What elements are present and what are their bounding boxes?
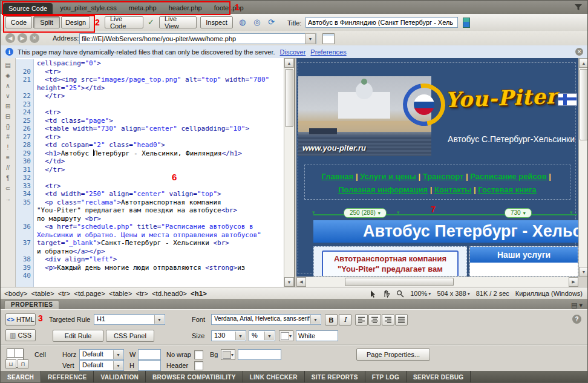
preferences-link[interactable]: Preferences <box>310 48 346 56</box>
code-line[interactable]: 33 <tr> <box>16 182 284 191</box>
select-tool-icon[interactable] <box>370 290 376 298</box>
html-mode-button[interactable]: <> HTML <box>5 313 36 326</box>
scrollbar-thumb[interactable] <box>345 278 454 286</box>
code-line[interactable]: 35 <p class="reclama">Автотранспортная к… <box>16 198 284 207</box>
collapse-selection-icon[interactable]: ∨ <box>2 91 13 102</box>
code-line[interactable]: 37target="_blank">Санкт-Петербург - Хель… <box>16 239 284 247</box>
align-justify-icon[interactable] <box>395 314 408 326</box>
scroll-right-icon[interactable]: ▶ <box>569 277 578 287</box>
code-line[interactable]: 25 <td class="page"> <box>16 117 284 125</box>
code-line[interactable]: 21 <td><img src="images/page_top.png" al… <box>16 76 284 84</box>
help-icon[interactable]: ? <box>572 315 581 324</box>
browser-list-icon[interactable] <box>322 33 335 44</box>
scrollbar-thumb[interactable] <box>285 69 293 127</box>
code-editor[interactable]: cellspacing="0">20 <tr>21 <td><img src="… <box>16 59 284 287</box>
nav-link[interactable]: Контакты <box>434 185 471 194</box>
line-numbers-icon[interactable]: # <box>2 133 13 143</box>
indent-code-icon[interactable]: → <box>2 194 13 205</box>
code-line[interactable]: 40 <box>16 272 284 280</box>
horz-align-select[interactable]: Default <box>79 349 124 360</box>
code-line[interactable]: 31 </tr> <box>16 166 284 174</box>
text-color-input[interactable] <box>296 330 338 341</box>
font-select[interactable]: Verdana, Arial, Helvetica, sans-serif <box>211 314 321 325</box>
code-line[interactable]: 29 <h1>Автобус Петербург - Хельсинки, Фи… <box>16 149 284 158</box>
validate-globe-icon[interactable]: ◎ <box>253 18 260 27</box>
header-checkbox[interactable] <box>194 361 203 370</box>
code-line[interactable]: 28 <td colspan="2" class="head0"> <box>16 141 284 149</box>
preview-in-browser-globe-icon[interactable]: ◍ <box>239 18 246 27</box>
bg-color-swatch[interactable] <box>221 349 235 360</box>
forward-icon[interactable]: ▶ <box>18 33 27 43</box>
text-color-swatch[interactable] <box>279 330 293 341</box>
nav-link[interactable]: Полезная информация <box>338 185 428 194</box>
code-line[interactable]: 36 <a href="schedule.php" title="Расписа… <box>16 223 284 231</box>
tag-selector-item[interactable]: <td.page> <box>74 290 105 297</box>
nav-link[interactable]: Услуги и цены <box>360 172 416 181</box>
results-tab-validation[interactable]: VALIDATION <box>94 371 146 383</box>
size-unit-select[interactable]: % <box>249 330 275 341</box>
css-mode-button[interactable]: ▥ CSS <box>5 329 36 341</box>
hand-tool-icon[interactable] <box>382 290 390 298</box>
design-view-button[interactable]: Design <box>61 16 90 28</box>
italic-button[interactable]: I <box>339 314 351 326</box>
code-view-button[interactable]: Code <box>5 16 32 28</box>
collapse-full-tag-icon[interactable]: ∧ <box>2 81 13 91</box>
scroll-up-icon[interactable]: ▲ <box>579 58 588 68</box>
results-tab-reference[interactable]: REFERENCE <box>41 371 94 383</box>
design-vertical-scrollbar[interactable]: ▲ ▼ <box>578 58 588 277</box>
results-tab-link-checker[interactable]: LINK CHECKER <box>243 371 305 383</box>
code-line[interactable]: cellspacing="0"> <box>16 59 284 68</box>
info-bar-icon[interactable]: ≡ <box>2 153 13 163</box>
close-info-bar-icon[interactable]: ✕ <box>575 48 583 56</box>
code-line[interactable]: 39 <p>Каждый день многие люди отправляют… <box>16 264 284 272</box>
code-line[interactable]: по маршруту <br> <box>16 215 284 223</box>
code-line[interactable]: Хельсинки и обратно. Цены и места отправ… <box>16 231 284 240</box>
file-management-icon[interactable] <box>463 18 470 28</box>
stop-icon[interactable]: ✕ <box>30 33 39 43</box>
open-documents-icon[interactable]: ▤ <box>2 61 13 71</box>
targeted-rule-select[interactable]: H1 <box>94 314 165 325</box>
left-content-cell[interactable]: Автотранспортная компания "You-Piter" пр… <box>313 246 467 277</box>
design-canvas[interactable]: www.you-piter.ru You-Piter Автобус С.Пет… <box>296 58 578 277</box>
column-width-marker[interactable]: 250 (288) <box>344 208 387 218</box>
tag-selector-item[interactable]: <table> <box>109 290 132 297</box>
split-view-button[interactable]: Split <box>33 16 60 28</box>
page-properties-button[interactable]: Page Properties... <box>356 349 430 361</box>
align-left-icon[interactable] <box>355 314 368 326</box>
code-line[interactable]: 27 <tr> <box>16 133 284 142</box>
tag-selector-item[interactable]: <td.head0> <box>152 290 187 297</box>
results-tab-server-debug[interactable]: SERVER DEBUG <box>407 371 471 383</box>
inspect-button[interactable]: Inspect <box>200 16 233 28</box>
refresh-design-view-icon[interactable]: ⟳ <box>268 18 275 27</box>
code-line[interactable]: 32 <box>16 174 284 182</box>
nav-link[interactable]: Транспорт <box>423 172 464 181</box>
code-line[interactable]: "You-Piter" предлагает вам поездки на ав… <box>16 206 284 215</box>
code-line[interactable]: 26 <table width="730" align="center" cel… <box>16 125 284 133</box>
apply-comment-icon[interactable]: // <box>2 163 13 174</box>
results-tab-ftp-log[interactable]: FTP LOG <box>365 371 407 383</box>
zoom-level-select[interactable]: 100% <box>410 290 431 297</box>
address-dropdown-arrow-icon[interactable]: ▼ <box>305 33 316 44</box>
edit-rule-button[interactable]: Edit Rule <box>53 330 103 342</box>
tag-selector-item[interactable]: <table> <box>31 290 54 297</box>
show-code-navigator-icon[interactable]: ◈ <box>2 71 13 81</box>
code-line[interactable]: 30 </td> <box>16 157 284 166</box>
balance-braces-icon[interactable]: {} <box>2 122 13 133</box>
live-code-button[interactable]: Live Code <box>105 16 143 28</box>
live-view-button[interactable]: Live View <box>159 16 197 28</box>
results-tab-site-reports[interactable]: SITE REPORTS <box>305 371 365 383</box>
tag-selector-item[interactable]: <tr> <box>58 290 70 297</box>
nav-link[interactable]: Расписание рейсов <box>470 172 546 181</box>
related-file-tab[interactable]: footer.php <box>208 4 250 11</box>
address-input[interactable] <box>79 33 316 44</box>
filter-related-files-icon[interactable] <box>574 4 583 11</box>
related-file-tab[interactable]: you_piter_style.css <box>54 4 123 11</box>
expand-all-icon[interactable]: ⊞ <box>2 102 13 112</box>
results-tab-search[interactable]: SEARCH <box>1 371 41 383</box>
panel-menu-icon[interactable]: ▤ ▾ <box>571 301 583 309</box>
vert-align-select[interactable]: Default <box>79 360 124 371</box>
code-line[interactable]: 24 <tr> <box>16 108 284 117</box>
no-wrap-checkbox[interactable] <box>194 350 203 359</box>
table-width-marker[interactable]: 730 <box>505 208 532 218</box>
cell-height-input[interactable] <box>138 360 161 371</box>
